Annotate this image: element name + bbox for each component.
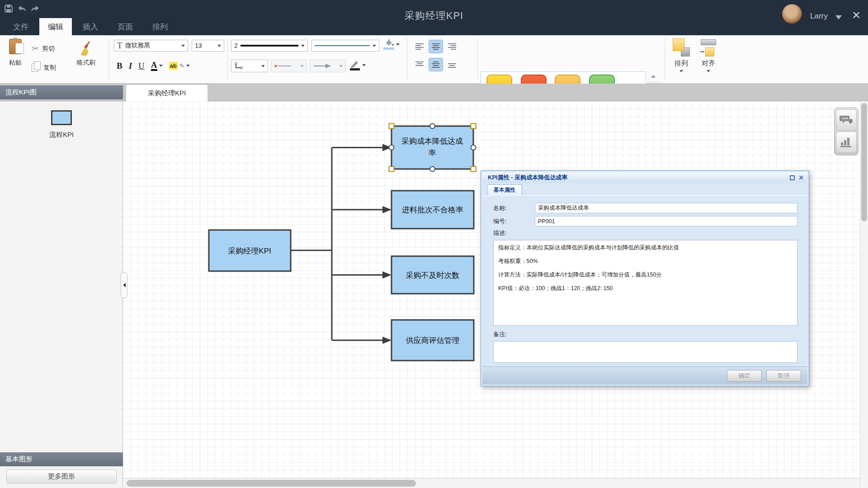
avatar[interactable] <box>782 4 802 24</box>
align-text-center-button[interactable] <box>429 40 443 53</box>
pencil-icon: ✎ <box>179 62 184 69</box>
chevron-down-icon <box>679 70 683 72</box>
document-tab[interactable]: 采购经理KPI <box>126 85 208 101</box>
horizontal-scrollbar[interactable] <box>123 478 868 488</box>
chevron-down-icon <box>186 65 190 67</box>
font-size-select[interactable]: 13 <box>192 40 224 52</box>
line-style-preview <box>315 45 370 46</box>
chevron-down-icon <box>339 65 343 67</box>
italic-button[interactable]: I <box>129 61 132 71</box>
menu-tab-page[interactable]: 页面 <box>109 18 142 35</box>
triangle-left-icon <box>123 283 126 287</box>
resize-handle-s[interactable] <box>430 167 435 172</box>
stencil-shape-process-kpi[interactable]: 流程KPI <box>0 110 123 139</box>
arrow-end-icon <box>313 64 332 68</box>
underline-button[interactable]: U <box>138 61 145 71</box>
resize-handle-w[interactable] <box>389 145 394 150</box>
bold-button[interactable]: B <box>117 61 123 71</box>
chevron-down-icon <box>217 45 221 47</box>
titlebar: 采购经理KPI 文件 编辑 插入 页面 排列 Larry ✕ <box>0 0 868 35</box>
sidebar-collapse-handle[interactable] <box>121 272 127 298</box>
ok-button[interactable]: 确定 <box>727 370 762 382</box>
dialog-close-icon[interactable]: ✕ <box>798 174 804 181</box>
triangle-up-icon <box>651 75 656 78</box>
line-dash-select[interactable] <box>271 60 307 72</box>
node-child-1-selected[interactable] <box>392 126 473 169</box>
kpi-properties-dialog: KPI属性 - 采购成本降低达成率 ✕ 基本属性 名称: 编号: 描述: <box>481 170 809 386</box>
resize-handle-se[interactable] <box>471 167 476 172</box>
horizontal-scrollbar-thumb[interactable] <box>127 480 416 487</box>
vertical-scrollbar-thumb[interactable] <box>861 103 867 221</box>
line-style-select[interactable] <box>311 40 379 52</box>
fill-color-button[interactable] <box>383 39 400 50</box>
close-icon[interactable]: ✕ <box>852 10 861 21</box>
tab-basic-properties[interactable]: 基本属性 <box>487 184 522 195</box>
align-shapes-icon <box>700 38 717 57</box>
menu-tab-file[interactable]: 文件 <box>5 18 37 35</box>
remark-field[interactable] <box>493 341 797 363</box>
align-text-left-button[interactable] <box>412 40 427 53</box>
description-field[interactable]: 指标定义：本岗位实际达成降低的采购成本与计划降低的采购成本的比值 考核权重：50… <box>493 240 797 326</box>
arrow-style-select[interactable] <box>310 60 346 72</box>
ribbon-separator <box>108 38 109 80</box>
text-format-group: B I U A ab ✎ <box>117 61 190 71</box>
font-family-select[interactable]: T 微软雅黑 <box>114 40 188 52</box>
line-color-button[interactable] <box>350 60 366 70</box>
resize-handle-nw[interactable] <box>389 124 394 129</box>
more-shapes-button[interactable]: 更多图形 <box>6 469 117 483</box>
font-size-value: 13 <box>195 42 202 49</box>
canvas-tool-panel <box>834 108 859 155</box>
code-field[interactable] <box>535 216 797 226</box>
align-text-right-button[interactable] <box>445 40 459 53</box>
chart-button[interactable] <box>836 131 857 153</box>
paste-button[interactable]: 粘贴 <box>4 39 27 67</box>
user-name[interactable]: Larry <box>810 12 828 21</box>
font-family-value: 微软雅黑 <box>125 42 151 50</box>
menu-tab-edit[interactable]: 编辑 <box>39 18 72 35</box>
highlight-button[interactable]: ab ✎ <box>169 62 190 70</box>
vertical-scrollbar[interactable] <box>860 101 868 488</box>
dialog-maximize-icon[interactable] <box>790 175 795 180</box>
copy-button[interactable]: 复制 <box>32 63 56 72</box>
resize-handle-e[interactable] <box>471 145 476 150</box>
font-button-icon: T <box>117 41 123 51</box>
arrowheads <box>382 144 392 344</box>
node-child-4-label: 供应商评估管理 <box>406 336 460 345</box>
align-text-top-button[interactable] <box>412 58 427 71</box>
align-text-bottom-button[interactable] <box>445 58 459 71</box>
cancel-button[interactable]: 取消 <box>766 370 801 382</box>
font-color-icon: A <box>151 61 157 71</box>
menu-tab-arrange[interactable]: 排列 <box>144 18 176 35</box>
description-label: 描述: <box>493 229 797 237</box>
node-root-label: 采购经理KPI <box>228 247 271 255</box>
name-label: 名称: <box>493 204 535 212</box>
align-text-middle-button[interactable] <box>429 58 443 71</box>
connector-lines[interactable] <box>291 148 383 341</box>
line-width-select[interactable]: 2 <box>231 40 308 52</box>
chevron-down-icon <box>396 43 400 46</box>
dialog-tab-bar: 基本属性 <box>482 183 807 196</box>
resize-handle-n[interactable] <box>430 124 435 129</box>
node-child-3-label: 采购不及时次数 <box>406 271 460 280</box>
connector-style-select[interactable] <box>231 60 268 72</box>
comments-button[interactable] <box>836 109 857 131</box>
format-painter-button[interactable]: 格式刷 <box>71 41 100 67</box>
description-line: 计算方法：实际降低成本/计划降低成本；可增加分值，最高150分 <box>498 271 793 279</box>
align-shapes-button[interactable]: 对齐 <box>696 38 721 72</box>
chevron-down-icon <box>261 65 265 67</box>
paint-bucket-icon <box>383 39 394 50</box>
font-color-button[interactable]: A <box>151 61 163 71</box>
menu-tab-insert[interactable]: 插入 <box>74 18 107 35</box>
ribbon-separator <box>407 38 407 80</box>
dialog-header[interactable]: KPI属性 - 采购成本降低达成率 ✕ <box>482 172 807 183</box>
resize-handle-ne[interactable] <box>471 124 476 129</box>
swatch-scroll-up-button[interactable] <box>647 71 659 82</box>
name-field[interactable] <box>535 203 797 213</box>
resize-handle-sw[interactable] <box>389 167 394 172</box>
cut-button[interactable]: ✂ 剪切 <box>32 43 55 54</box>
ribbon-separator <box>477 38 478 80</box>
user-menu-caret-icon[interactable] <box>835 15 842 19</box>
highlight-icon: ab <box>169 62 178 70</box>
arrange-button[interactable]: 排列 <box>669 38 693 72</box>
shape-thumbnail <box>51 110 72 125</box>
